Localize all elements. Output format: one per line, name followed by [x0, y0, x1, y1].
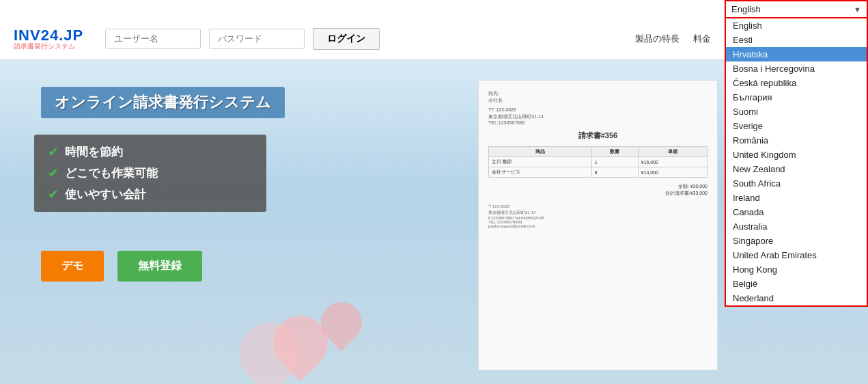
- invoice-preview: 宛先:会社名 T〒123-0026東京都港区北山田町31-14TEL:12345…: [478, 80, 718, 370]
- lang-item[interactable]: New Zealand: [726, 162, 867, 176]
- nav-pricing[interactable]: 料金: [693, 33, 711, 45]
- demo-button[interactable]: デモ: [41, 251, 104, 282]
- lang-item[interactable]: Suomi: [726, 105, 867, 119]
- lang-item[interactable]: United Arab Emirates: [726, 248, 867, 262]
- lang-item[interactable]: Bosna i Hercegovina: [726, 61, 867, 76]
- feature-text-1: 時間を節約: [65, 144, 123, 160]
- header-nav: 製品の特長 料金: [635, 33, 711, 45]
- lang-item[interactable]: Australia: [726, 219, 867, 234]
- lang-item[interactable]: Eesti: [726, 33, 867, 47]
- chevron-down-icon: ▼: [854, 5, 861, 14]
- lang-item[interactable]: България: [726, 90, 867, 105]
- check-icon-1: ✔: [48, 145, 58, 160]
- feature-item-2: ✔ どこでも作業可能: [48, 165, 253, 181]
- lang-item[interactable]: Sverige: [726, 119, 867, 133]
- lang-item[interactable]: United Kingdom: [726, 148, 867, 162]
- logo: INV24.JP 請求書発行システム: [14, 27, 83, 51]
- lang-item[interactable]: Nederland: [726, 291, 867, 305]
- col-name: 商品: [489, 147, 592, 157]
- language-selector-bar[interactable]: English ▼: [725, 0, 868, 18]
- lang-item[interactable]: Ireland: [726, 191, 867, 205]
- invoice-title: 請求書#356: [488, 131, 708, 141]
- password-input[interactable]: [209, 29, 305, 49]
- check-icon-2: ✔: [48, 166, 58, 181]
- lang-item[interactable]: România: [726, 133, 867, 148]
- feature-text-3: 使いやすい会計: [65, 187, 146, 202]
- lang-item[interactable]: Česká republika: [726, 76, 867, 90]
- invoice-row: 立川 翻訳1¥16,000: [489, 157, 708, 167]
- feature-item-1: ✔ 時間を節約: [48, 144, 253, 160]
- lang-item[interactable]: Hrvatska: [726, 47, 867, 61]
- action-buttons: デモ 無料登録: [41, 251, 202, 282]
- feature-item-3: ✔ 使いやすい会計: [48, 187, 253, 202]
- username-input[interactable]: [105, 29, 201, 49]
- login-button[interactable]: ログイン: [313, 28, 380, 50]
- selected-language-label: English: [731, 4, 761, 14]
- nav-features[interactable]: 製品の特長: [635, 33, 680, 45]
- register-button[interactable]: 無料登録: [117, 251, 202, 282]
- lang-item[interactable]: Hong Kong: [726, 262, 867, 277]
- invoice-row: 会社サービス8¥14,000: [489, 167, 708, 178]
- lang-item[interactable]: English: [726, 18, 867, 33]
- headline-box: オンライン請求書発行システム: [41, 87, 285, 118]
- lang-item[interactable]: België: [726, 277, 867, 291]
- lang-item[interactable]: Canada: [726, 205, 867, 219]
- language-list[interactable]: EnglishEestiHrvatskaBosna i HercegovinaČ…: [726, 18, 867, 305]
- logo-subtitle: 請求書発行システム: [14, 42, 83, 51]
- lang-item[interactable]: Singapore: [726, 234, 867, 248]
- invoice-table: 商品 数量 単価 立川 翻訳1¥16,000会社サービス8¥14,000: [488, 146, 708, 178]
- col-qty: 数量: [591, 147, 638, 157]
- header: INV24.JP 請求書発行システム ログイン 製品の特長 料金: [0, 18, 725, 59]
- lang-item[interactable]: South Africa: [726, 176, 867, 191]
- language-dropdown: EnglishEestiHrvatskaBosna i HercegovinaČ…: [725, 18, 868, 307]
- check-icon-3: ✔: [48, 187, 58, 202]
- col-price: 単価: [638, 147, 707, 157]
- headline-text: オンライン請求書発行システム: [55, 92, 271, 113]
- features-box: ✔ 時間を節約 ✔ どこでも作業可能 ✔ 使いやすい会計: [34, 135, 266, 212]
- feature-text-2: どこでも作業可能: [65, 165, 158, 181]
